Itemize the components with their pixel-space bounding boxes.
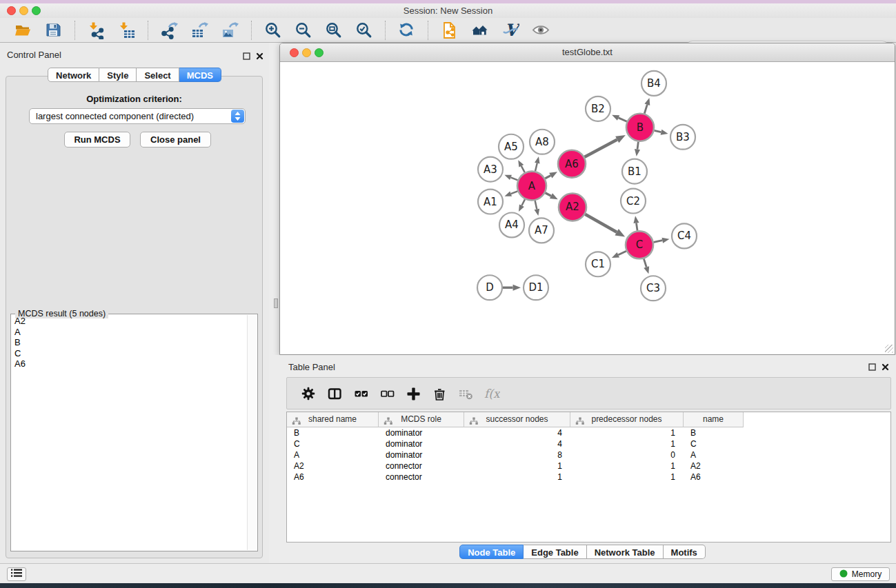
toolbar-home-button[interactable]: [469, 19, 491, 41]
toolbar-import-table-button[interactable]: [116, 19, 138, 41]
toolbar-zoom-out-button[interactable]: [292, 19, 315, 41]
edge-C-C4[interactable]: [654, 238, 670, 243]
cell-name[interactable]: A: [684, 449, 744, 460]
edge-B-B4[interactable]: [644, 98, 650, 114]
network-canvas[interactable]: AA1A2A3A4A5A6A7A8BB1B2B3B4CC1C2C3C4DD1: [280, 62, 895, 354]
edge-A-A3[interactable]: [504, 175, 517, 181]
close-panel-icon[interactable]: [882, 361, 889, 374]
float-panel-icon[interactable]: [868, 361, 876, 374]
column-header-successor-nodes[interactable]: successor nodes: [464, 412, 570, 427]
mcds-result-item[interactable]: A2: [11, 316, 247, 327]
tab-mcds[interactable]: MCDS: [179, 68, 221, 82]
edge-A-A2[interactable]: [545, 193, 557, 200]
column-header-name[interactable]: name: [684, 412, 744, 427]
node-A[interactable]: A: [517, 172, 546, 201]
edge-C-C2[interactable]: [633, 216, 639, 230]
cell-shared-name[interactable]: A: [287, 449, 379, 460]
cell-MCDS-role[interactable]: dominator: [379, 427, 464, 438]
toolbar-import-network-button[interactable]: [86, 19, 108, 41]
mcds-result-item[interactable]: A6: [11, 358, 247, 369]
edge-D-D1[interactable]: [503, 285, 521, 291]
close-panel-icon[interactable]: [256, 50, 263, 63]
edge-A6-B[interactable]: [585, 135, 626, 157]
memory-button[interactable]: Memory: [831, 567, 890, 581]
cell-successor-nodes[interactable]: 4: [464, 438, 570, 449]
node-A6[interactable]: A6: [558, 150, 586, 178]
tab-network[interactable]: Network: [48, 68, 99, 82]
edge-A2-C[interactable]: [585, 214, 625, 237]
toolbar-eye-button[interactable]: [530, 19, 552, 41]
table-toolbar-gear-button[interactable]: [298, 384, 319, 403]
node-D1[interactable]: D1: [524, 275, 548, 300]
node-A7[interactable]: A7: [529, 218, 554, 243]
tab-edge-table[interactable]: Edge Table: [524, 545, 586, 559]
cell-shared-name[interactable]: C: [287, 438, 379, 449]
node-B3[interactable]: B3: [670, 125, 695, 150]
cell-predecessor-nodes[interactable]: 1: [570, 438, 684, 449]
node-A8[interactable]: A8: [530, 130, 555, 154]
edge-B-B3[interactable]: [654, 130, 668, 135]
toolbar-export-network-button[interactable]: [159, 19, 181, 41]
cell-predecessor-nodes[interactable]: 1: [570, 460, 684, 472]
cell-name[interactable]: B: [684, 427, 744, 438]
cell-MCDS-role[interactable]: dominator: [379, 449, 464, 460]
toolbar-export-table-button[interactable]: [189, 19, 211, 41]
node-C3[interactable]: C3: [641, 276, 666, 301]
cell-shared-name[interactable]: A2: [287, 460, 379, 472]
cell-name[interactable]: A2: [684, 460, 744, 472]
toolbar-zoom-fit-button[interactable]: [323, 19, 345, 41]
node-B4[interactable]: B4: [641, 71, 666, 96]
cell-MCDS-role[interactable]: connector: [379, 460, 464, 472]
edge-A-A7[interactable]: [535, 201, 540, 216]
cell-predecessor-nodes[interactable]: 0: [570, 449, 684, 460]
node-C4[interactable]: C4: [672, 223, 697, 248]
cell-name[interactable]: C: [684, 438, 744, 449]
criterion-dropdown[interactable]: largest connected component (directed): [29, 108, 246, 124]
close-panel-button[interactable]: Close panel: [140, 132, 211, 148]
toolbar-zoom-in-button[interactable]: [262, 19, 284, 41]
toolbar-doc-network-button[interactable]: [439, 19, 461, 41]
result-scrollbar[interactable]: [247, 315, 257, 550]
edge-A-A6[interactable]: [545, 172, 557, 179]
edge-A-A5[interactable]: [518, 160, 525, 172]
edge-A-A1[interactable]: [505, 191, 518, 196]
toolbar-refresh-button[interactable]: [396, 19, 418, 41]
cell-shared-name[interactable]: A6: [287, 472, 379, 483]
column-header-predecessor-nodes[interactable]: predecessor nodes: [570, 412, 684, 427]
table-row[interactable]: Cdominator41C: [287, 438, 890, 449]
show-panels-button[interactable]: [7, 567, 26, 581]
node-B1[interactable]: B1: [622, 159, 647, 184]
edge-C-C1[interactable]: [612, 251, 626, 258]
table-toolbar-deselect-all-button[interactable]: [377, 384, 397, 403]
cell-predecessor-nodes[interactable]: 1: [570, 427, 684, 438]
edge-B-B2[interactable]: [612, 115, 627, 122]
column-header-MCDS-role[interactable]: MCDS role: [379, 412, 464, 427]
cell-name[interactable]: A6: [684, 472, 744, 483]
table-row[interactable]: Bdominator41B: [287, 427, 890, 438]
run-mcds-button[interactable]: Run MCDS: [64, 132, 130, 148]
node-B[interactable]: B: [626, 114, 654, 141]
mcds-result-item[interactable]: A: [11, 327, 247, 338]
node-C[interactable]: C: [626, 231, 653, 258]
mcds-result-item[interactable]: C: [11, 348, 247, 359]
table-toolbar-add-button[interactable]: [403, 384, 424, 403]
toolbar-export-image-button[interactable]: [219, 19, 241, 41]
cell-MCDS-role[interactable]: dominator: [379, 438, 464, 449]
node-B2[interactable]: B2: [586, 97, 610, 121]
node-C2[interactable]: C2: [621, 189, 646, 214]
mcds-result-list[interactable]: A2ABCA6: [11, 316, 247, 551]
tab-motifs[interactable]: Motifs: [664, 545, 706, 559]
node-C1[interactable]: C1: [586, 252, 610, 276]
edge-A-A4[interactable]: [519, 199, 525, 212]
tab-node-table[interactable]: Node Table: [459, 545, 524, 559]
cell-successor-nodes[interactable]: 4: [464, 427, 570, 438]
cell-predecessor-nodes[interactable]: 1: [570, 472, 684, 483]
cell-successor-nodes[interactable]: 1: [464, 460, 570, 472]
table-row[interactable]: Adominator80A: [287, 449, 890, 460]
table-toolbar-columns-button[interactable]: [324, 384, 345, 403]
table-row[interactable]: A6connector11A6: [287, 472, 890, 483]
toolbar-zoom-selected-button[interactable]: [353, 19, 375, 41]
cell-shared-name[interactable]: B: [287, 427, 379, 438]
edge-C-C3[interactable]: [644, 258, 649, 274]
node-A1[interactable]: A1: [478, 190, 503, 214]
